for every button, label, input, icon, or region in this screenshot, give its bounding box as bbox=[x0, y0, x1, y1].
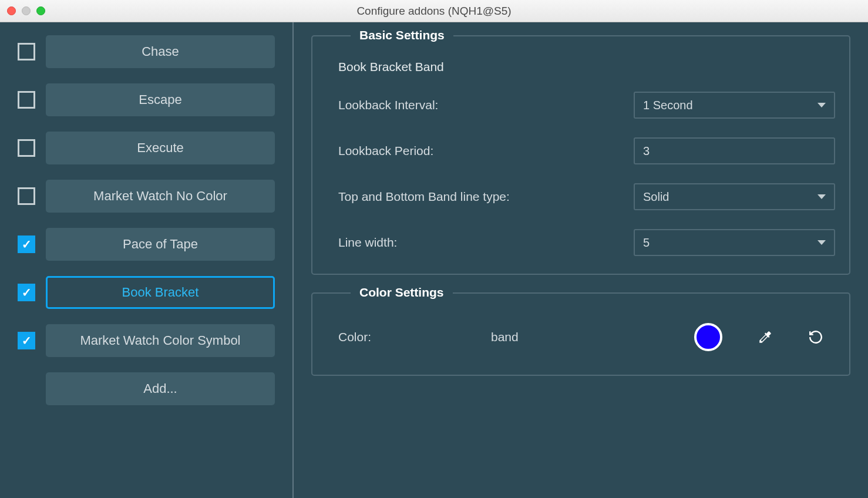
addon-button-escape[interactable]: Escape bbox=[46, 83, 275, 116]
eyedropper-icon[interactable] bbox=[758, 329, 773, 345]
addon-row-add: Add... bbox=[18, 372, 275, 405]
addon-button-market-watch-no-color[interactable]: Market Watch No Color bbox=[46, 180, 275, 213]
close-window-button[interactable] bbox=[7, 6, 16, 15]
addon-row-market-watch-color-symbol: Market Watch Color Symbol bbox=[18, 324, 275, 357]
color-settings-fieldset: Color Settings Color: band bbox=[311, 292, 850, 376]
lookback-interval-select[interactable]: 1 Second bbox=[634, 92, 835, 119]
color-label: Color: bbox=[338, 330, 491, 344]
color-settings-legend: Color Settings bbox=[351, 285, 453, 300]
basic-settings-legend: Basic Settings bbox=[351, 28, 453, 42]
addon-button-execute[interactable]: Execute bbox=[46, 132, 275, 164]
addon-checkbox-chase[interactable] bbox=[18, 43, 35, 60]
addon-checkbox-execute[interactable] bbox=[18, 139, 35, 157]
line-width-value: 5 bbox=[643, 236, 650, 250]
band-line-type-select[interactable]: Solid bbox=[634, 183, 835, 210]
addon-row-execute: Execute bbox=[18, 132, 275, 164]
addon-row-book-bracket: Book Bracket bbox=[18, 276, 275, 309]
lookback-interval-value: 1 Second bbox=[643, 99, 693, 112]
basic-settings-fieldset: Basic Settings Book Bracket Band Lookbac… bbox=[311, 35, 850, 275]
color-row: Color: band bbox=[327, 311, 835, 357]
addon-button-chase[interactable]: Chase bbox=[46, 35, 275, 68]
line-width-row: Line width: 5 bbox=[327, 229, 835, 256]
maximize-window-button[interactable] bbox=[36, 6, 45, 15]
color-swatch[interactable] bbox=[694, 323, 722, 351]
lookback-period-label: Lookback Period: bbox=[327, 144, 634, 158]
chevron-down-icon bbox=[817, 103, 826, 107]
addon-checkbox-book-bracket[interactable] bbox=[18, 284, 35, 301]
line-width-label: Line width: bbox=[327, 235, 634, 250]
minimize-window-button[interactable] bbox=[22, 6, 31, 15]
titlebar: Configure addons (NQH1@S5) bbox=[0, 0, 868, 22]
addon-checkbox-market-watch-color-symbol[interactable] bbox=[18, 332, 35, 349]
band-line-type-label: Top and Bottom Band line type: bbox=[327, 190, 634, 204]
addon-row-pace-of-tape: Pace of Tape bbox=[18, 228, 275, 261]
addon-button-pace-of-tape[interactable]: Pace of Tape bbox=[46, 228, 275, 261]
band-line-type-value: Solid bbox=[643, 190, 669, 204]
addon-button-book-bracket[interactable]: Book Bracket bbox=[46, 276, 275, 309]
band-line-type-row: Top and Bottom Band line type: Solid bbox=[327, 183, 835, 210]
lookback-interval-label: Lookback Interval: bbox=[327, 98, 634, 112]
chevron-down-icon bbox=[817, 194, 826, 199]
lookback-period-row: Lookback Period: bbox=[327, 137, 835, 164]
addon-checkbox-pace-of-tape[interactable] bbox=[18, 235, 35, 253]
color-name: band bbox=[491, 330, 694, 344]
addon-row-escape: Escape bbox=[18, 83, 275, 116]
addon-row-chase: Chase bbox=[18, 35, 275, 68]
addon-checkbox-market-watch-no-color[interactable] bbox=[18, 187, 35, 205]
line-width-select[interactable]: 5 bbox=[634, 229, 835, 256]
add-addon-button[interactable]: Add... bbox=[46, 372, 275, 405]
window-title: Configure addons (NQH1@S5) bbox=[356, 5, 511, 18]
addon-row-market-watch-no-color: Market Watch No Color bbox=[18, 180, 275, 213]
reset-icon[interactable] bbox=[808, 329, 823, 345]
settings-title: Book Bracket Band bbox=[338, 60, 835, 74]
lookback-interval-row: Lookback Interval: 1 Second bbox=[327, 92, 835, 119]
addon-button-market-watch-color-symbol[interactable]: Market Watch Color Symbol bbox=[46, 324, 275, 357]
chevron-down-icon bbox=[817, 240, 826, 245]
lookback-period-input[interactable] bbox=[634, 137, 835, 164]
addon-checkbox-escape[interactable] bbox=[18, 91, 35, 109]
addon-list-panel: Chase Escape Execute Market Watch No Col… bbox=[0, 22, 294, 498]
window-controls bbox=[7, 6, 45, 15]
checkbox-spacer bbox=[18, 380, 35, 398]
settings-panel: Basic Settings Book Bracket Band Lookbac… bbox=[294, 22, 868, 498]
